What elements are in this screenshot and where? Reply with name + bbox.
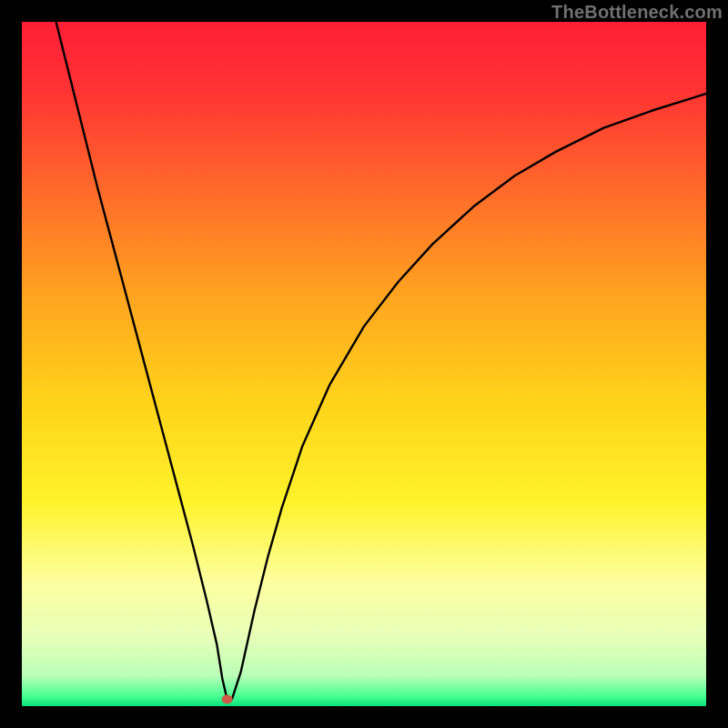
watermark-text: TheBottleneck.com	[551, 2, 723, 23]
chart-background	[22, 22, 706, 706]
minimum-marker	[222, 694, 233, 703]
chart-frame	[22, 22, 706, 706]
bottleneck-chart	[22, 22, 706, 706]
